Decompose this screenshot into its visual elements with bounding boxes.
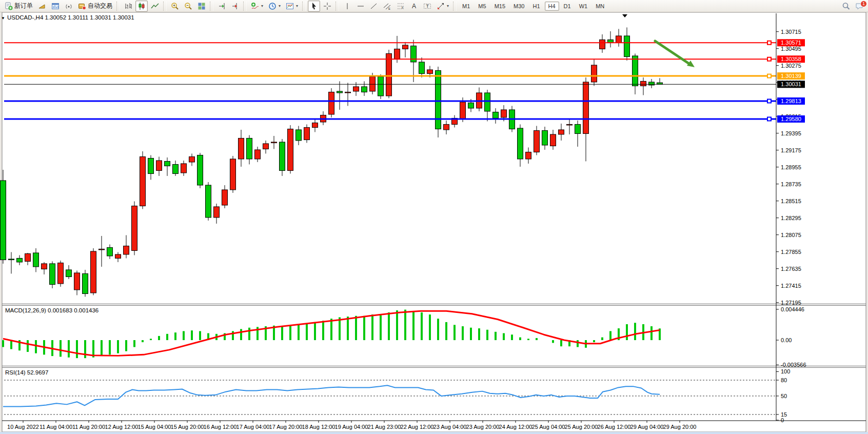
hline-button[interactable] xyxy=(354,1,367,12)
candles-icon xyxy=(137,2,146,10)
crosshair-button[interactable] xyxy=(321,1,333,12)
candle-body xyxy=(633,56,638,86)
candle-body xyxy=(444,124,449,130)
cursor-button[interactable] xyxy=(308,1,320,12)
candle-body xyxy=(280,142,285,171)
templates-icon xyxy=(286,2,294,10)
time-tick-label: 17 Aug 20:00 xyxy=(269,424,303,430)
timeframe-mn-button[interactable]: MN xyxy=(592,2,608,11)
time-tick-label: 22 Aug 12:00 xyxy=(401,424,434,430)
chart-window-button[interactable] xyxy=(49,1,62,12)
candle-body xyxy=(148,158,154,173)
indicators-button[interactable]: ▾ xyxy=(249,1,265,12)
fibonacci-button[interactable]: F xyxy=(394,1,407,12)
price-tick-label: 1.27195 xyxy=(781,300,801,306)
tile-windows-button[interactable] xyxy=(195,1,208,12)
level-line-handle[interactable] xyxy=(767,100,771,103)
timeframe-m15-button[interactable]: M15 xyxy=(491,2,509,11)
macd-tick-label: -0.003566 xyxy=(781,362,806,368)
level-price-badge-label: 1.29580 xyxy=(781,116,801,122)
rsi-label: RSI(14) 52.9697 xyxy=(5,369,48,376)
candle-body xyxy=(378,76,384,96)
time-tick-label: 25 Aug 20:00 xyxy=(565,424,598,430)
candle-body xyxy=(394,49,400,59)
time-tick-label: 16 Aug 12:00 xyxy=(204,424,237,430)
timeframe-h1-button[interactable]: H1 xyxy=(529,2,543,11)
chart-shift-button[interactable] xyxy=(229,1,241,12)
zoom-in-button[interactable] xyxy=(169,1,181,12)
arrows-button[interactable]: ▾ xyxy=(435,1,451,12)
candle-body xyxy=(25,253,31,261)
candle-body xyxy=(436,70,441,129)
time-tick-label: 15 Aug 04:00 xyxy=(138,424,171,430)
macd-tick-label: 0.00 xyxy=(781,337,792,343)
timeframe-m1-button[interactable]: M1 xyxy=(459,2,474,11)
price-tick-label: 1.28075 xyxy=(781,232,801,238)
level-price-badge-label: 1.30358 xyxy=(781,56,801,62)
candle-body xyxy=(526,152,531,159)
level-line-handle[interactable] xyxy=(767,117,771,121)
signal-button[interactable] xyxy=(63,1,75,12)
level-line-handle[interactable] xyxy=(767,74,771,78)
indicators-icon xyxy=(251,2,259,10)
svg-text:E: E xyxy=(388,7,390,10)
candle-body xyxy=(649,82,655,85)
text-button[interactable]: A xyxy=(408,1,420,12)
timeframe-w1-button[interactable]: W1 xyxy=(576,2,591,11)
vline-button[interactable] xyxy=(341,1,353,12)
label-button[interactable]: T xyxy=(421,1,433,12)
time-tick-label: 21 Aug 23:00 xyxy=(368,424,401,430)
trendline-button[interactable] xyxy=(368,1,380,12)
rsi-tick-label: 80 xyxy=(781,377,787,383)
price-chart-canvas[interactable]: 1.307151.304951.302751.300551.298351.296… xyxy=(0,12,868,434)
candles-button[interactable] xyxy=(135,1,148,12)
search-button[interactable] xyxy=(840,1,852,12)
autotrade-icon xyxy=(78,2,86,10)
price-tick-label: 1.28295 xyxy=(781,215,801,221)
rsi-tick-label: 50 xyxy=(781,393,787,399)
candle-body xyxy=(559,130,564,134)
candle-body xyxy=(329,92,334,114)
autotrade-button[interactable]: 自动交易 xyxy=(76,1,114,12)
candle-body xyxy=(485,93,490,111)
chevron-down-icon[interactable]: ▾ xyxy=(261,4,263,8)
level-line-handle[interactable] xyxy=(767,57,771,61)
time-tick-label: 25 Aug 04:00 xyxy=(532,424,565,430)
time-tick-label: 10 Aug 2022 xyxy=(7,424,39,430)
chevron-down-icon[interactable]: ▾ xyxy=(279,4,281,8)
timeframe-m5-button[interactable]: M5 xyxy=(475,2,489,11)
horn-button[interactable] xyxy=(36,1,48,12)
candle-body xyxy=(222,190,228,205)
chart-title-collapse-icon[interactable]: ▼ xyxy=(1,16,5,21)
signal-icon xyxy=(65,2,73,10)
auto-scroll-button[interactable] xyxy=(215,1,228,12)
candle-body xyxy=(575,124,581,133)
zoom-in-icon xyxy=(171,2,179,10)
candle-body xyxy=(58,263,64,284)
chart-window: 1.307151.304951.302751.300551.298351.296… xyxy=(0,12,868,434)
time-tick-label: 23 Aug 20:00 xyxy=(466,424,500,430)
candle-body xyxy=(33,253,39,267)
line-chart-button[interactable] xyxy=(149,1,161,12)
timeframe-m30-button[interactable]: M30 xyxy=(510,2,528,11)
candle-body xyxy=(353,87,359,91)
templates-button[interactable]: ▾ xyxy=(284,1,300,12)
zoom-out-button[interactable] xyxy=(182,1,194,12)
candle-body xyxy=(189,156,195,162)
timeframe-h4-button[interactable]: H4 xyxy=(545,2,559,11)
periods-button[interactable]: ▾ xyxy=(266,1,283,12)
candle-body xyxy=(156,161,162,171)
channel-button[interactable]: E xyxy=(381,1,393,12)
candle-body xyxy=(419,62,425,74)
bars-button[interactable] xyxy=(122,1,134,12)
vline-icon xyxy=(343,2,351,10)
new-order-button[interactable]: 新订单 xyxy=(3,1,35,12)
chevron-down-icon[interactable]: ▾ xyxy=(447,4,449,8)
text-icon: A xyxy=(410,2,418,10)
zoom-out-icon xyxy=(184,2,192,10)
timeframe-d1-button[interactable]: D1 xyxy=(560,2,575,11)
level-line-handle[interactable] xyxy=(767,41,771,45)
candle-body xyxy=(263,144,269,149)
chevron-down-icon[interactable]: ▾ xyxy=(296,4,298,8)
notifications-button[interactable]: 1 xyxy=(853,1,865,12)
